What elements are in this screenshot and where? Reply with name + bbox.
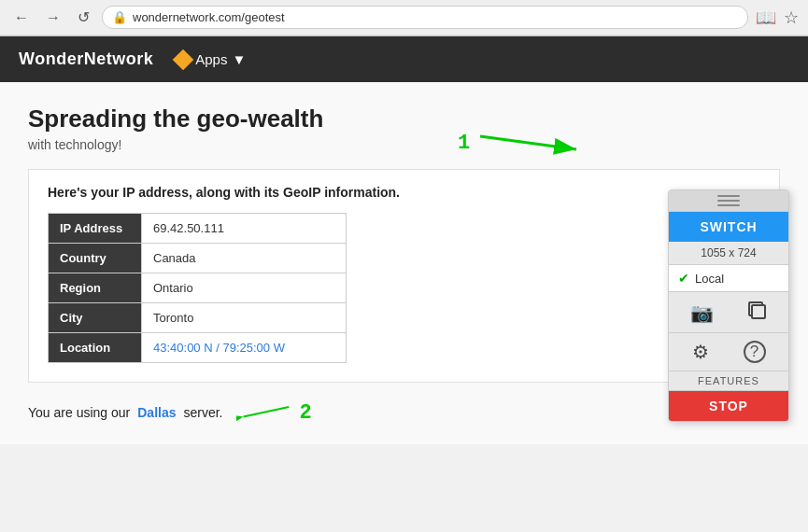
help-button[interactable]: ? bbox=[744, 341, 766, 363]
table-row: Country Canada bbox=[49, 244, 347, 273]
value-location: 43:40:00 N / 79:25:00 W bbox=[142, 333, 347, 363]
address-bar[interactable]: 🔒 wondernetwork.com/geotest bbox=[102, 6, 748, 29]
annotation-1: 1 bbox=[458, 129, 588, 157]
dropdown-arrow-icon: ▼ bbox=[232, 51, 246, 67]
site-logo: WonderNetwork bbox=[19, 49, 153, 69]
table-row: City Toronto bbox=[49, 303, 347, 333]
local-label: Local bbox=[695, 272, 724, 286]
popup-features-label: FEATURES bbox=[669, 371, 788, 391]
annotation-number-1: 1 bbox=[458, 132, 470, 155]
popup-widget: SWITCH 1055 x 724 ✔ Local 📷 ⚙ ? FEATURES… bbox=[668, 189, 789, 422]
server-note-prefix: You are using our bbox=[28, 405, 130, 420]
hero-title: Spreading the geo-wealth bbox=[28, 105, 780, 133]
address-text: wondernetwork.com/geotest bbox=[133, 10, 738, 24]
bookmark-button[interactable]: ☆ bbox=[784, 7, 799, 28]
layers-icon bbox=[746, 300, 767, 320]
reload-button[interactable]: ↺ bbox=[73, 8, 94, 27]
stop-button[interactable]: STOP bbox=[669, 391, 788, 421]
label-ip: IP Address bbox=[49, 214, 142, 244]
reader-button[interactable]: 📖 bbox=[756, 7, 776, 28]
diamond-icon bbox=[173, 49, 194, 70]
value-city: Toronto bbox=[142, 303, 347, 333]
table-row: Location 43:40:00 N / 79:25:00 W bbox=[49, 333, 347, 363]
label-location: Location bbox=[49, 333, 142, 363]
apps-label: Apps bbox=[195, 51, 227, 67]
label-region: Region bbox=[49, 273, 142, 303]
server-name-link[interactable]: Dallas bbox=[137, 405, 176, 420]
browser-icons: 📖 ☆ bbox=[756, 7, 799, 28]
table-row: IP Address 69.42.50.111 bbox=[49, 214, 347, 244]
location-link[interactable]: 43:40:00 N / 79:25:00 W bbox=[153, 341, 285, 355]
handle-line bbox=[717, 200, 740, 202]
value-ip: 69.42.50.111 bbox=[142, 214, 347, 244]
svg-line-1 bbox=[480, 136, 576, 149]
hero-subtitle: with technology! bbox=[28, 137, 780, 152]
geo-table: IP Address 69.42.50.111 Country Canada R… bbox=[48, 213, 347, 363]
browser-toolbar: ← → ↺ 🔒 wondernetwork.com/geotest 📖 ☆ bbox=[0, 0, 808, 35]
camera-button[interactable]: 📷 bbox=[690, 300, 714, 325]
apps-menu-button[interactable]: Apps ▼ bbox=[168, 48, 253, 71]
svg-line-3 bbox=[243, 407, 289, 417]
popup-resolution: 1055 x 724 bbox=[669, 242, 788, 265]
label-city: City bbox=[49, 303, 142, 333]
popup-handle[interactable] bbox=[669, 190, 788, 212]
forward-button[interactable]: → bbox=[41, 8, 65, 27]
gear-button[interactable]: ⚙ bbox=[692, 341, 709, 363]
info-heading: Here's your IP address, along with its G… bbox=[48, 185, 760, 200]
annotation-number-2: 2 bbox=[300, 401, 312, 425]
popup-icons-row-2: ⚙ ? bbox=[669, 333, 788, 371]
label-country: Country bbox=[49, 244, 142, 273]
main-content: Spreading the geo-wealth with technology… bbox=[0, 82, 808, 444]
value-region: Ontario bbox=[142, 273, 347, 303]
site-header: WonderNetwork Apps ▼ bbox=[0, 36, 808, 82]
lock-icon: 🔒 bbox=[112, 10, 127, 24]
handle-lines bbox=[717, 195, 740, 206]
browser-chrome: ← → ↺ 🔒 wondernetwork.com/geotest 📖 ☆ bbox=[0, 0, 808, 36]
switch-button[interactable]: SWITCH bbox=[669, 212, 788, 242]
back-button[interactable]: ← bbox=[9, 8, 34, 27]
popup-local-row: ✔ Local bbox=[669, 265, 788, 292]
arrow-right-icon bbox=[475, 129, 588, 157]
layers-button[interactable] bbox=[746, 300, 767, 325]
server-note-suffix: server. bbox=[183, 405, 222, 420]
handle-line bbox=[717, 204, 740, 206]
table-row: Region Ontario bbox=[49, 273, 347, 303]
popup-icons-row: 📷 bbox=[669, 292, 788, 333]
check-icon: ✔ bbox=[678, 271, 689, 286]
handle-line bbox=[717, 195, 740, 197]
arrow-left-icon bbox=[236, 399, 292, 426]
value-country: Canada bbox=[142, 244, 347, 273]
svg-rect-5 bbox=[752, 305, 765, 318]
